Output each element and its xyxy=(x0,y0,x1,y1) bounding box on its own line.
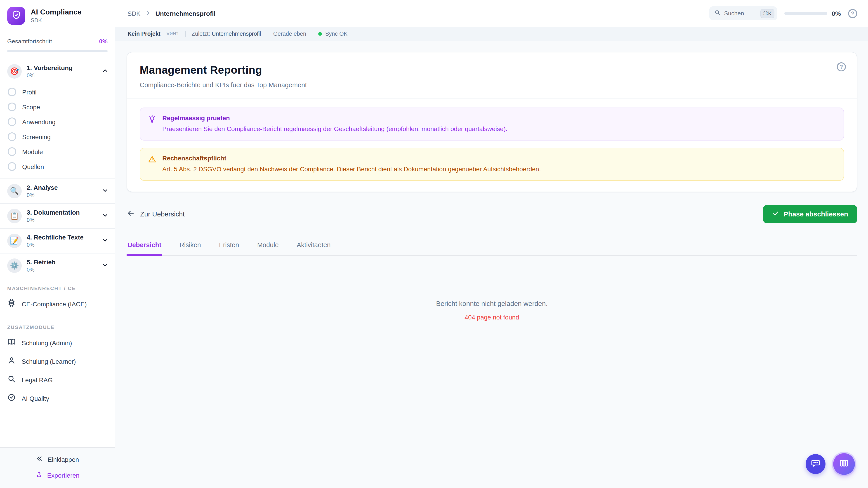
subitem-label: Scope xyxy=(22,103,40,110)
shield-check-icon xyxy=(11,10,21,22)
phase-betrieb-header[interactable]: ⚙️ 5. Betrieb 0% xyxy=(0,254,115,278)
phase-label: 1. Vorbereitung xyxy=(27,64,97,71)
step-circle-icon xyxy=(8,103,16,111)
sidebar: AI Compliance SDK Gesamtfortschritt 0% 🎯… xyxy=(0,0,115,488)
divider xyxy=(185,31,186,37)
last-opened: Zuletzt: Unternehmensprofil xyxy=(192,31,261,37)
subitem-label: Quellen xyxy=(22,163,44,170)
main-area: SDK Unternehmensprofil Suchen... ⌘K xyxy=(115,0,868,488)
subitem-label: Anwendung xyxy=(22,118,56,125)
tab-aktivitaeten[interactable]: Aktivitaeten xyxy=(296,239,332,256)
phase-card: Management Reporting Compliance-Berichte… xyxy=(127,52,857,192)
subitem-label: Profil xyxy=(22,88,37,96)
overall-progress: Gesamtfortschritt 0% xyxy=(0,32,115,59)
kanban-columns-icon xyxy=(839,458,849,470)
sidebar-item-scope[interactable]: Scope xyxy=(0,99,115,114)
breadcrumb-root[interactable]: SDK xyxy=(127,10,141,17)
group-header-zusatzmodule: ZUSATZMODULE xyxy=(0,317,115,333)
module-label: Schulung (Learner) xyxy=(22,358,76,365)
tip-alert: Regelmaessig pruefen Praesentieren Sie d… xyxy=(140,107,844,140)
user-icon xyxy=(7,356,16,366)
collapse-label: Einklappen xyxy=(48,456,79,463)
app-root: AI Compliance SDK Gesamtfortschritt 0% 🎯… xyxy=(0,0,868,488)
phase-progress: 0% xyxy=(27,242,97,248)
back-to-overview-link[interactable]: Zur Uebersicht xyxy=(127,209,185,219)
lightbulb-icon xyxy=(148,114,156,125)
module-label: CE-Compliance (IACE) xyxy=(22,300,87,307)
check-circle-icon xyxy=(7,393,16,403)
sidebar-item-anwendung[interactable]: Anwendung xyxy=(0,114,115,129)
sidebar-item-ai-quality[interactable]: AI Quality xyxy=(0,389,115,408)
back-link-label: Zur Uebersicht xyxy=(140,210,185,218)
phase-vorbereitung-header[interactable]: 🎯 1. Vorbereitung 0% xyxy=(0,59,115,84)
step-circle-icon xyxy=(8,118,16,126)
sidebar-item-ce-compliance[interactable]: CE-Compliance (IACE) xyxy=(0,295,115,313)
tab-risiken[interactable]: Risiken xyxy=(179,239,202,256)
error-message: 404 page not found xyxy=(127,314,857,321)
last-saved-time: Gerade eben xyxy=(273,31,306,37)
phase-progress: 0% xyxy=(27,267,97,273)
phase-label: 2. Analyse xyxy=(27,184,97,191)
export-label: Exportieren xyxy=(47,472,79,479)
search-icon xyxy=(7,375,16,385)
card-help-icon[interactable] xyxy=(837,62,846,71)
collapse-sidebar-button[interactable]: Einklappen xyxy=(36,455,79,464)
search-placeholder: Suchen... xyxy=(724,10,757,17)
target-icon: 🎯 xyxy=(7,64,22,78)
tab-bar: Uebersicht Risiken Fristen Module Aktivi… xyxy=(127,239,857,256)
sidebar-item-schulung-admin[interactable]: Schulung (Admin) xyxy=(0,333,115,352)
step-circle-icon xyxy=(8,162,16,171)
phase-progress: 0% xyxy=(27,72,97,78)
chevron-up-icon xyxy=(102,67,108,76)
chevron-down-icon xyxy=(102,236,108,245)
divider xyxy=(312,31,313,37)
phase-analyse-header[interactable]: 🔍 2. Analyse 0% xyxy=(0,179,115,203)
export-button[interactable]: Exportieren xyxy=(35,471,79,480)
complete-phase-button[interactable]: Phase abschliessen xyxy=(763,205,857,223)
phase-dokumentation: 📋 3. Dokumentation 0% xyxy=(0,204,115,229)
app-logo xyxy=(7,7,25,25)
chevron-down-icon xyxy=(102,187,108,195)
tip-title: Regelmaessig pruefen xyxy=(162,114,507,122)
magnifier-icon: 🔍 xyxy=(7,184,22,198)
sidebar-item-legal-rag[interactable]: Legal RAG xyxy=(0,370,115,389)
last-opened-value: Unternehmensprofil xyxy=(212,31,261,37)
header-progress: 0% xyxy=(784,10,841,17)
step-circle-icon xyxy=(8,147,16,156)
breadcrumb-current: Unternehmensprofil xyxy=(156,10,216,17)
board-view-button[interactable] xyxy=(833,453,855,475)
warning-title: Rechenschaftspflicht xyxy=(162,155,541,162)
chat-button[interactable] xyxy=(806,454,826,474)
group-header-maschinenrecht: MASCHINENRECHT / CE xyxy=(0,278,115,295)
help-icon[interactable] xyxy=(848,9,857,18)
module-label: AI Quality xyxy=(22,395,49,402)
sidebar-item-module[interactable]: Module xyxy=(0,144,115,159)
phase-dokumentation-header[interactable]: 📋 3. Dokumentation 0% xyxy=(0,204,115,228)
clipboard-icon: 📋 xyxy=(7,209,22,223)
arrow-left-icon xyxy=(127,209,135,219)
book-icon xyxy=(7,337,16,348)
status-bar: Kein Projekt V001 Zuletzt: Unternehmensp… xyxy=(115,27,868,41)
tab-fristen[interactable]: Fristen xyxy=(218,239,240,256)
search-button[interactable]: Suchen... ⌘K xyxy=(709,6,777,20)
phase-rechtliche-texte-header[interactable]: 📝 4. Rechtliche Texte 0% xyxy=(0,229,115,253)
header-progress-bar xyxy=(784,12,827,15)
search-icon xyxy=(714,9,721,18)
chevron-down-icon xyxy=(102,261,108,270)
keyboard-shortcut-badge: ⌘K xyxy=(760,9,774,18)
actions-row: Zur Uebersicht Phase abschliessen xyxy=(127,205,857,223)
sidebar-item-screening[interactable]: Screening xyxy=(0,129,115,144)
tab-module[interactable]: Module xyxy=(256,239,280,256)
module-label: Schulung (Admin) xyxy=(22,339,72,346)
sidebar-item-quellen[interactable]: Quellen xyxy=(0,159,115,174)
header-progress-value: 0% xyxy=(832,10,841,17)
app-brand: AI Compliance SDK xyxy=(0,0,115,32)
warning-triangle-icon xyxy=(148,155,156,165)
sidebar-item-schulung-learner[interactable]: Schulung (Learner) xyxy=(0,352,115,370)
sidebar-item-profil[interactable]: Profil xyxy=(0,85,115,99)
phase-subitems: Profil Scope Anwendung Screening Module xyxy=(0,84,115,178)
tab-uebersicht[interactable]: Uebersicht xyxy=(127,239,162,256)
app-title: AI Compliance xyxy=(31,8,82,16)
gear-icon: ⚙️ xyxy=(7,258,22,273)
upload-icon xyxy=(35,471,43,480)
